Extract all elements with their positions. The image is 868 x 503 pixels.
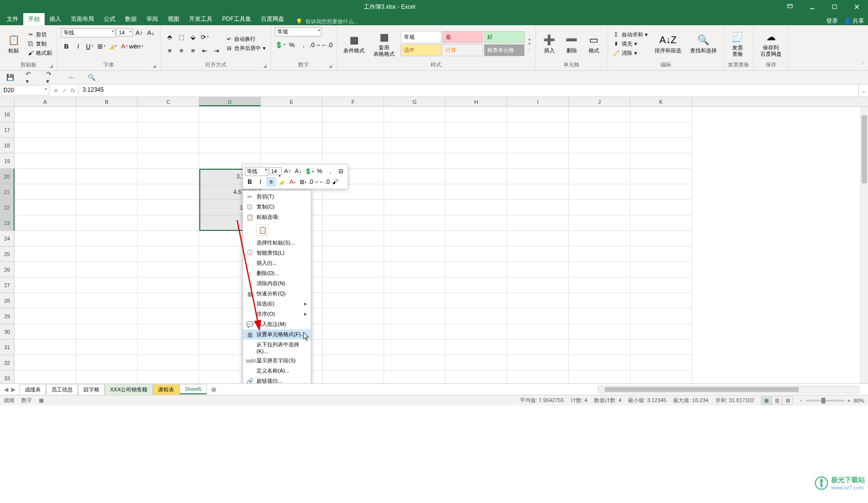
cell[interactable] [507, 107, 569, 122]
tell-me[interactable]: 💡 告诉我您想要做什么... [296, 18, 358, 25]
cell[interactable] [15, 153, 76, 169]
cell[interactable] [138, 215, 199, 231]
cell[interactable] [322, 107, 384, 122]
italic-button[interactable]: I [73, 41, 83, 51]
zoom-slider[interactable] [806, 400, 845, 402]
cell[interactable] [384, 138, 446, 153]
cell[interactable] [507, 169, 569, 184]
cell[interactable] [15, 215, 76, 231]
cell[interactable] [322, 277, 384, 293]
cell[interactable] [446, 138, 507, 153]
ribbon-opts-icon[interactable] [779, 0, 801, 14]
cell[interactable] [630, 122, 692, 138]
mini-align[interactable]: ≡ [266, 177, 276, 187]
sheet-tab[interactable]: 员工信息 [46, 384, 78, 395]
row-header[interactable]: 20 [0, 169, 15, 184]
cell[interactable] [76, 107, 138, 122]
cell[interactable] [630, 308, 692, 324]
cell[interactable] [507, 184, 569, 200]
row-header[interactable]: 32 [0, 355, 15, 371]
ctx-paste-option-icon[interactable]: 📋 [257, 224, 268, 236]
cell[interactable] [630, 231, 692, 246]
tab-view[interactable]: 视图 [163, 13, 184, 25]
style-neutral[interactable]: 适中 [401, 44, 441, 56]
cell[interactable] [384, 371, 446, 383]
cell[interactable] [630, 184, 692, 200]
cell[interactable] [138, 277, 199, 293]
cell[interactable] [507, 277, 569, 293]
tab-baidu[interactable]: 百度网盘 [256, 13, 289, 25]
underline-button[interactable]: U [84, 41, 95, 51]
close-icon[interactable] [846, 0, 868, 14]
cell[interactable] [138, 371, 199, 383]
cell[interactable] [446, 324, 507, 340]
cell[interactable] [15, 293, 76, 308]
cell[interactable] [76, 324, 138, 340]
col-header[interactable]: J [569, 97, 630, 106]
cell[interactable] [261, 107, 322, 122]
cell[interactable] [507, 122, 569, 138]
cell[interactable] [446, 308, 507, 324]
cell[interactable] [569, 340, 630, 355]
confirm-edit-icon[interactable]: ✓ [62, 87, 67, 94]
save-button[interactable]: 💾 [5, 72, 16, 83]
table-format-button[interactable]: ▦套用 表格格式 [370, 29, 398, 58]
sheet-tab[interactable]: 成绩表 [19, 384, 46, 395]
ctx-dropdown-pick[interactable]: 从下拉列表中选择(K)... [243, 340, 311, 356]
row-header[interactable]: 33 [0, 371, 15, 383]
sort-filter-button[interactable]: A↓Z排序和筛选 [652, 32, 684, 55]
insert-cells-button[interactable]: ➕插入 [540, 32, 559, 55]
add-sheet-button[interactable]: ⊕ [207, 386, 221, 393]
cell[interactable] [322, 262, 384, 277]
cut-button[interactable]: ✂剪切 [26, 31, 53, 39]
format-painter-button[interactable]: 🖌格式刷 [26, 49, 53, 57]
mini-shrink-font[interactable]: A↓ [293, 166, 303, 176]
ctx-comment[interactable]: 💬插入批注(M) [243, 319, 311, 329]
cell[interactable] [76, 355, 138, 371]
dec-decimal-button[interactable]: ←.0 [321, 39, 332, 50]
mini-fill-color[interactable]: ◢ [277, 177, 287, 187]
cell[interactable] [384, 169, 446, 184]
expand-formula-bar[interactable]: ⌄ [858, 84, 868, 97]
cell[interactable] [138, 138, 199, 153]
row-header[interactable]: 17 [0, 122, 15, 138]
cell[interactable] [630, 340, 692, 355]
collapse-ribbon[interactable]: ˆ [858, 25, 868, 70]
cell[interactable] [446, 184, 507, 200]
sheet-tab[interactable]: 课程表 [153, 384, 179, 395]
cell[interactable] [138, 340, 199, 355]
number-format-combo[interactable]: 常规 [275, 27, 321, 36]
cell[interactable] [15, 184, 76, 200]
cell[interactable] [384, 308, 446, 324]
share-button[interactable]: 👤 共享 [844, 17, 864, 25]
cell[interactable] [138, 308, 199, 324]
cell[interactable] [76, 200, 138, 215]
cell[interactable] [322, 231, 384, 246]
cell[interactable] [199, 122, 261, 138]
cell[interactable] [322, 293, 384, 308]
cell[interactable] [630, 107, 692, 122]
col-header[interactable]: H [446, 97, 507, 106]
cell[interactable] [507, 215, 569, 231]
tab-dev[interactable]: 开发工具 [184, 13, 217, 25]
status-recording-icon[interactable]: ▦ [39, 397, 44, 404]
mini-accounting[interactable]: 💲 [304, 166, 314, 176]
tab-file[interactable]: 文件 [2, 13, 23, 25]
shrink-font-button[interactable]: A↓ [145, 27, 156, 38]
cell[interactable] [322, 308, 384, 324]
cell[interactable] [15, 169, 76, 184]
ctx-format-cells[interactable]: ▦设置单元格格式(F)... [243, 329, 311, 340]
cell[interactable] [569, 231, 630, 246]
cell[interactable] [384, 262, 446, 277]
cell[interactable] [76, 246, 138, 262]
cell[interactable] [138, 153, 199, 169]
cell[interactable] [322, 200, 384, 215]
cell[interactable] [15, 324, 76, 340]
login-link[interactable]: 登录 [826, 17, 838, 25]
qat-more[interactable]: ⋯ [66, 72, 77, 83]
cell[interactable] [630, 169, 692, 184]
zoom-out-button[interactable]: − [800, 398, 803, 404]
align-center-button[interactable]: ≡ [176, 45, 187, 56]
ctx-hyperlink[interactable]: 🔗超链接(I)... [243, 376, 311, 383]
cell[interactable] [15, 122, 76, 138]
